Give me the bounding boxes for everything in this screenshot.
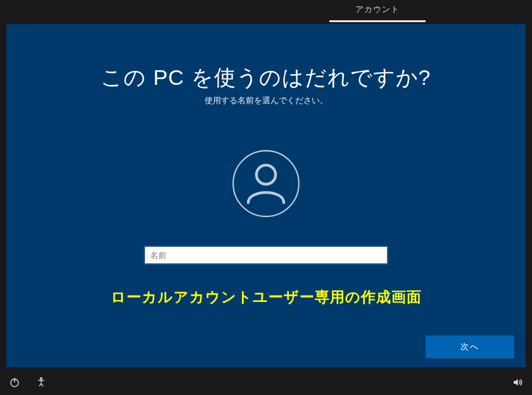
top-step-bar: アカウント <box>0 0 532 22</box>
accessibility-icon[interactable] <box>35 377 47 388</box>
power-icon[interactable] <box>9 377 20 388</box>
page-subtitle: 使用する名前を選んでください。 <box>6 95 526 106</box>
bottom-toolbar <box>0 370 532 395</box>
svg-point-1 <box>256 165 276 184</box>
oobe-stage: この PC を使うのはだれですか? 使用する名前を選んでください。 ローカルアカ… <box>6 24 526 367</box>
stage-wrapper: この PC を使うのはだれですか? 使用する名前を選んでください。 ローカルアカ… <box>6 24 526 367</box>
next-button[interactable]: 次へ <box>426 335 514 358</box>
annotation-text: ローカルアカウントユーザー専用の作成画面 <box>6 287 526 307</box>
username-input[interactable] <box>144 246 388 265</box>
user-icon <box>232 149 300 218</box>
tab-account[interactable]: アカウント <box>329 4 426 22</box>
svg-point-4 <box>41 378 42 380</box>
page-title: この PC を使うのはだれですか? <box>6 63 526 92</box>
volume-icon[interactable] <box>512 377 523 388</box>
